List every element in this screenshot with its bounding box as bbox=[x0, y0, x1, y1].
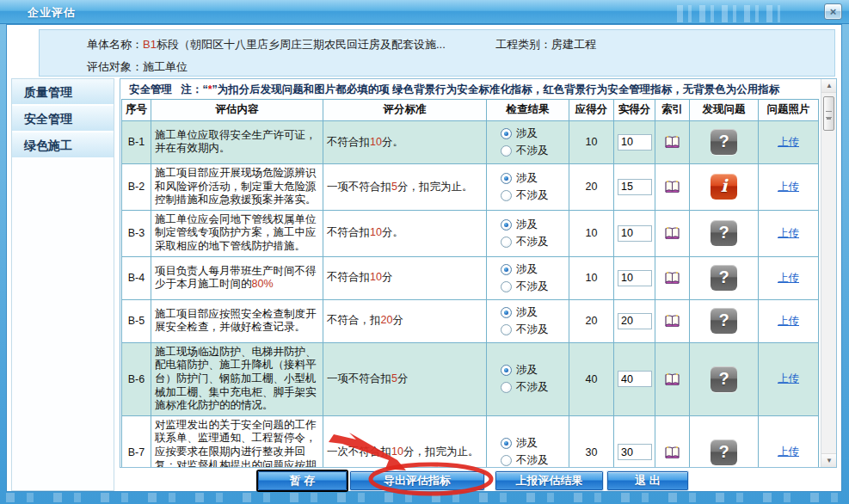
issue-icon[interactable]: ? bbox=[711, 439, 737, 465]
actual-score-input[interactable] bbox=[618, 179, 652, 195]
button-bar: 暂 存 导出评估指标 上报评估结果 退 出 bbox=[7, 471, 841, 492]
radio-not-involved[interactable]: 不涉及 bbox=[501, 380, 565, 395]
scroll-up-icon[interactable]: ▲ bbox=[821, 79, 837, 93]
issue-icon[interactable]: ? bbox=[711, 366, 737, 392]
issue-icon[interactable]: ? bbox=[711, 308, 737, 334]
row-id: B-1 bbox=[122, 120, 151, 163]
issue-icon[interactable]: i bbox=[711, 174, 737, 200]
radio-involved[interactable]: 涉及 bbox=[501, 305, 565, 320]
unit-name-row: 单体名称：B1标段（朝阳区十八里店乡周庄三期农民回迁房及配套设施... bbox=[87, 37, 446, 52]
titlebar[interactable]: 企业评估 × bbox=[0, 0, 849, 24]
radio-involved-circle[interactable] bbox=[501, 438, 512, 449]
upload-link[interactable]: 上传 bbox=[778, 227, 799, 239]
upload-link[interactable]: 上传 bbox=[778, 315, 799, 327]
col-header-index: 索引 bbox=[655, 99, 690, 120]
radio-involved-circle[interactable] bbox=[501, 219, 512, 230]
table-row: B-7 对监理发出的关于安全问题的工作联系单、监理通知、工程暂停令，应按要求在限… bbox=[122, 415, 819, 467]
issue-icon[interactable]: ? bbox=[711, 265, 737, 291]
table-row: B-2 施工项目部应开展现场危险源辨识和风险评价活动，制定重大危险源控制措施和应… bbox=[122, 163, 819, 210]
issue-icon[interactable]: ? bbox=[711, 220, 737, 246]
row-standard: 不符合，扣20分 bbox=[323, 299, 487, 342]
row-content: 施工项目部应按照安全检查制度开展安全检查，并做好检查记录。 bbox=[151, 299, 323, 342]
sidebar-item-safety[interactable]: 安全管理 bbox=[12, 106, 114, 132]
export-indicators-button[interactable]: 导出评估指标 bbox=[350, 471, 484, 490]
row-id: B-3 bbox=[122, 210, 151, 256]
window-title: 企业评估 bbox=[28, 5, 76, 21]
index-book-icon[interactable] bbox=[664, 314, 680, 328]
actual-score-cell bbox=[614, 256, 655, 299]
actual-score-input[interactable] bbox=[618, 134, 652, 151]
radio-not-involved-circle[interactable] bbox=[501, 190, 512, 201]
radio-not-involved-circle[interactable] bbox=[501, 324, 512, 335]
radio-not-involved[interactable]: 不涉及 bbox=[501, 280, 565, 294]
actual-score-cell bbox=[614, 163, 655, 210]
radio-not-involved-circle[interactable] bbox=[501, 145, 512, 157]
radio-involved[interactable]: 涉及 bbox=[501, 436, 565, 451]
exit-button[interactable]: 退 出 bbox=[607, 471, 688, 490]
radio-not-involved[interactable]: 不涉及 bbox=[501, 323, 565, 337]
due-score: 10 bbox=[569, 256, 614, 299]
issue-icon[interactable]: ? bbox=[711, 129, 737, 155]
radio-not-involved[interactable]: 不涉及 bbox=[501, 453, 565, 467]
sidebar-item-green[interactable]: 绿色施工 bbox=[12, 132, 114, 159]
photo-cell: 上传 bbox=[759, 163, 819, 210]
index-book-icon[interactable] bbox=[664, 446, 680, 459]
radio-involved[interactable]: 涉及 bbox=[501, 126, 565, 141]
actual-score-input[interactable] bbox=[618, 444, 652, 460]
sidebar-item-quality[interactable]: 质量管理 bbox=[12, 79, 114, 106]
radio-not-involved-circle[interactable] bbox=[501, 237, 512, 248]
upload-link[interactable]: 上传 bbox=[778, 181, 799, 193]
row-content: 施工项目部应开展现场危险源辨识和风险评价活动，制定重大危险源控制措施和应急救援预… bbox=[151, 163, 323, 210]
row-check-result: 涉及 不涉及 bbox=[487, 163, 569, 210]
row-standard: 一项不符合扣5分 bbox=[323, 342, 487, 415]
index-book-icon[interactable] bbox=[664, 135, 680, 149]
scrollbar-thumb[interactable] bbox=[823, 96, 834, 131]
index-book-icon[interactable] bbox=[664, 226, 680, 240]
col-header-photo: 问题照片 bbox=[759, 99, 819, 120]
actual-score-input[interactable] bbox=[618, 313, 652, 329]
radio-involved-circle[interactable] bbox=[501, 307, 512, 318]
category-sidebar: 质量管理 安全管理 绿色施工 bbox=[11, 78, 114, 491]
radio-not-involved-circle[interactable] bbox=[501, 455, 512, 466]
vertical-scrollbar[interactable]: ▲ ▼ bbox=[821, 79, 836, 467]
upload-link[interactable]: 上传 bbox=[778, 446, 799, 458]
index-book-icon[interactable] bbox=[664, 372, 680, 386]
radio-involved[interactable]: 涉及 bbox=[501, 218, 565, 232]
radio-not-involved-circle[interactable] bbox=[501, 382, 512, 393]
save-button[interactable]: 暂 存 bbox=[258, 471, 347, 490]
radio-involved[interactable]: 涉及 bbox=[501, 171, 565, 186]
upload-link[interactable]: 上传 bbox=[778, 136, 799, 148]
section-note: 安全管理 注：“*”为扣分后发现问题和图片都必填的项 绿色背景行为安全标准化指标… bbox=[120, 79, 821, 99]
radio-involved[interactable]: 涉及 bbox=[501, 363, 565, 378]
radio-involved-circle[interactable] bbox=[501, 365, 512, 376]
skyline-decoration bbox=[677, 5, 780, 22]
actual-score-input[interactable] bbox=[618, 270, 652, 286]
evaluation-table: 序号 评估内容 评分标准 检查结果 应得分 实得分 索引 发现问题 问题照片 B… bbox=[121, 99, 819, 467]
radio-not-involved[interactable]: 不涉及 bbox=[501, 235, 565, 249]
upload-link[interactable]: 上传 bbox=[778, 372, 799, 384]
upload-link[interactable]: 上传 bbox=[778, 272, 799, 284]
radio-involved[interactable]: 涉及 bbox=[501, 262, 565, 277]
radio-involved-circle[interactable] bbox=[501, 128, 512, 139]
unit-name-label: 单体名称： bbox=[87, 38, 143, 51]
radio-involved-circle[interactable] bbox=[501, 173, 512, 184]
close-icon[interactable]: × bbox=[824, 3, 842, 20]
row-check-result: 涉及 不涉及 bbox=[487, 210, 569, 256]
row-check-result: 涉及 不涉及 bbox=[487, 342, 569, 415]
index-book-icon[interactable] bbox=[664, 271, 680, 285]
radio-not-involved-circle[interactable] bbox=[501, 281, 512, 292]
radio-involved-circle[interactable] bbox=[501, 264, 512, 275]
col-header-due: 应得分 bbox=[569, 99, 614, 120]
report-results-button[interactable]: 上报评估结果 bbox=[495, 471, 603, 490]
issue-cell: ? bbox=[690, 210, 759, 256]
index-book-icon[interactable] bbox=[664, 180, 680, 194]
actual-score-input[interactable] bbox=[618, 225, 652, 242]
actual-score-cell bbox=[614, 415, 655, 467]
scroll-down-icon[interactable]: ▼ bbox=[821, 453, 837, 467]
photo-cell: 上传 bbox=[759, 342, 819, 415]
col-header-actual: 实得分 bbox=[614, 99, 655, 120]
radio-not-involved[interactable]: 不涉及 bbox=[501, 188, 565, 203]
radio-not-involved[interactable]: 不涉及 bbox=[501, 144, 565, 158]
due-score: 20 bbox=[569, 163, 614, 210]
actual-score-input[interactable] bbox=[618, 371, 652, 387]
